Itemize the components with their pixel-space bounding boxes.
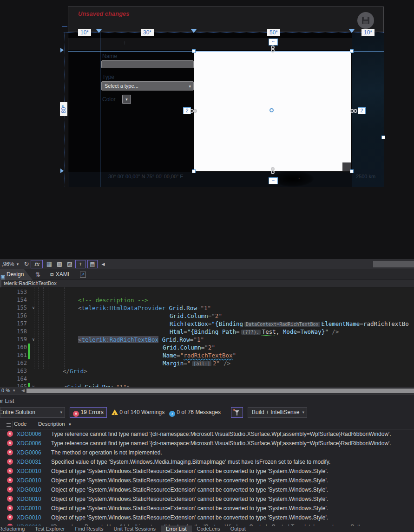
snapping-icon[interactable]: ▨ [66,259,73,269]
refresh-icon[interactable]: ↻ [23,259,30,269]
code-line[interactable]: Grid.Column="2" [0,344,414,351]
messages-filter-button[interactable]: i 0 of 76 Messages [169,409,221,417]
grid-column-line-1[interactable] [100,32,100,187]
error-row[interactable]: ×XDG0010Object of type 'System.Windows.S… [0,494,414,504]
margin-chip-right[interactable]: 2 [358,107,366,114]
scroll-left-icon[interactable]: ◀ [21,387,25,394]
effects-fx-button[interactable]: fx [31,260,43,268]
column-size-chip-3[interactable]: 50* [267,29,280,36]
breadcrumb-element[interactable]: telerik:RadRichTextBox [4,280,57,286]
row-sizing-chip-bottom[interactable]: ~ [269,177,278,184]
code-line[interactable]: RichTextBox="{BindingDataContext=RadRich… [0,320,414,328]
bottom-tab-codelens[interactable]: CodeLens [192,526,225,532]
error-code[interactable]: XDG0010 [17,476,41,485]
selection-handle[interactable] [192,49,196,53]
anchor-chain-icon[interactable] [190,108,197,114]
code-column-header[interactable]: Code [14,421,27,427]
column-size-chip-1[interactable]: 10* [78,29,91,36]
column-splitter-marker-icon[interactable] [191,29,197,33]
warnings-filter-button[interactable]: ! 0 of 140 Warnings [112,409,164,416]
code-line[interactable]: <telerik:RadRichTextBox Grid.Row="1" [0,336,414,344]
name-textbox[interactable] [101,60,194,68]
designer-hscrollbar[interactable] [373,261,414,267]
editor-hscrollbar[interactable] [26,389,414,393]
show-grid-icon[interactable]: ▦ [46,259,53,269]
error-code[interactable]: XDG0010 [17,485,41,494]
code-line[interactable]: Margin="[all:]2" /> [0,359,414,367]
error-code[interactable]: XDG0010 [17,467,41,476]
selection-handle[interactable] [350,169,354,173]
filter-button[interactable] [231,407,243,418]
editor-zoom-value[interactable]: 0 % [1,387,10,394]
error-code[interactable]: XDG0006 [17,448,41,457]
code-line[interactable]: Grid.Column="2" [0,312,414,320]
scope-dropdown[interactable]: Entire Solution▾ [0,407,65,418]
error-row[interactable]: ×XDG0010Object of type 'System.Windows.S… [0,513,414,522]
selection-handle[interactable] [350,49,354,53]
error-code[interactable]: XDG0031 [17,457,41,467]
error-code[interactable]: XDG0006 [17,439,41,448]
error-row[interactable]: ×XDG0010Object of type 'System.Windows.S… [0,476,414,485]
error-code[interactable]: XDG0010 [17,494,41,504]
popout-icon[interactable]: ↗ [80,272,86,278]
error-code[interactable]: XDG0010 [17,513,41,522]
anchor-chain-icon[interactable] [270,167,276,175]
column-splitter-marker-icon[interactable] [349,29,355,33]
bottom-tab-find-results[interactable]: Find Results [70,526,108,532]
swap-panes-icon[interactable]: ⇅ [35,269,40,280]
error-code[interactable]: XDG0010 [17,504,41,513]
column-size-chip-2[interactable]: 30* [141,29,154,36]
error-description: Object of type 'System.Windows.StaticRes… [51,476,328,485]
error-row[interactable]: ×XDG0006The method or operation is not i… [0,448,414,457]
grid-row-line-2[interactable] [68,172,384,172]
error-row[interactable]: ×XDG0031Specified value of type 'System.… [0,457,414,467]
snap-grid-icon[interactable]: ▩ [56,259,63,269]
code-line[interactable]: <Grid Grid.Row="1"> [0,383,414,387]
tab-xaml[interactable]: ⧉XAML [50,269,71,280]
bottom-tab-unit-test-sessions[interactable]: Unit Test Sessions [109,526,161,532]
map-scale-label: 2500 km [356,174,375,179]
column-splitter-marker-icon[interactable] [96,29,102,33]
selection-handle[interactable] [192,169,196,173]
severity-column-icon[interactable] [7,423,11,427]
selection-center-anchor[interactable] [269,108,274,112]
description-column-header[interactable]: Description▼ [38,421,72,427]
bottom-tab-output[interactable]: Output [225,526,251,532]
code-line[interactable] [0,375,414,383]
error-code[interactable]: XDG0006 [17,429,41,439]
code-line[interactable]: <telerik:HtmlDataProvider Grid.Row="1" [0,304,414,312]
collapse-panel-icon[interactable]: ◀ [100,259,106,269]
row-size-chip[interactable]: 80* [60,102,67,116]
designed-appbar[interactable] [68,38,383,50]
error-row[interactable]: ×XDG0010Object of type 'System.Windows.S… [0,485,414,494]
error-row[interactable]: ×XDG0010Object of type 'System.Windows.S… [0,467,414,476]
color-combobox[interactable]: ▾ [122,95,131,104]
zoom-dropdown-caret-icon[interactable]: ▾ [15,259,20,269]
anchor-chain-icon[interactable] [350,108,358,114]
anchor-chain-icon[interactable] [270,45,276,53]
column-size-chip-4[interactable]: 10* [361,29,375,36]
type-combobox[interactable]: Select a type...▾ [101,81,194,91]
code-line[interactable]: </Grid> [0,367,414,375]
row-sizing-chip-top[interactable]: ~ [269,39,278,45]
bottom-tab-test-explorer[interactable]: Test Explorer [30,526,70,532]
code-line[interactable]: Html="{Binding Path=(???).Test, Mode=Two… [0,328,414,336]
error-row[interactable]: ×XDG0010Object of type 'System.Windows.S… [0,504,414,513]
tab-design[interactable]: ▣Design [0,269,33,280]
designer-zoom-value[interactable]: ,96% [1,259,15,269]
bottom-tab-refactoring[interactable]: Refactoring [0,526,30,532]
source-dropdown[interactable]: Build + IntelliSense▾ [248,407,307,418]
code-line[interactable]: <!-- description --> [0,296,414,304]
selection-handle[interactable] [381,136,385,139]
error-row[interactable]: ×XDG0006Type reference cannot find type … [0,429,414,439]
snaplines-button[interactable]: + [75,260,85,268]
snap-to-page-button[interactable]: ▤ [87,260,98,268]
row-marker-arrow-icon [60,48,64,52]
bottom-tab-error-list[interactable]: Error List [161,526,192,532]
code-line[interactable]: Name="radRichTextBox" [0,351,414,359]
xaml-code-editor[interactable]: 153154<!-- description -->155∨<telerik:H… [0,287,414,387]
errors-filter-button[interactable]: × 19 Errors [70,407,107,418]
error-row[interactable]: ×XDG0006Type reference cannot find type … [0,439,414,448]
code-line[interactable] [0,288,414,296]
editor-zoom-caret-icon[interactable]: ▾ [13,387,15,394]
